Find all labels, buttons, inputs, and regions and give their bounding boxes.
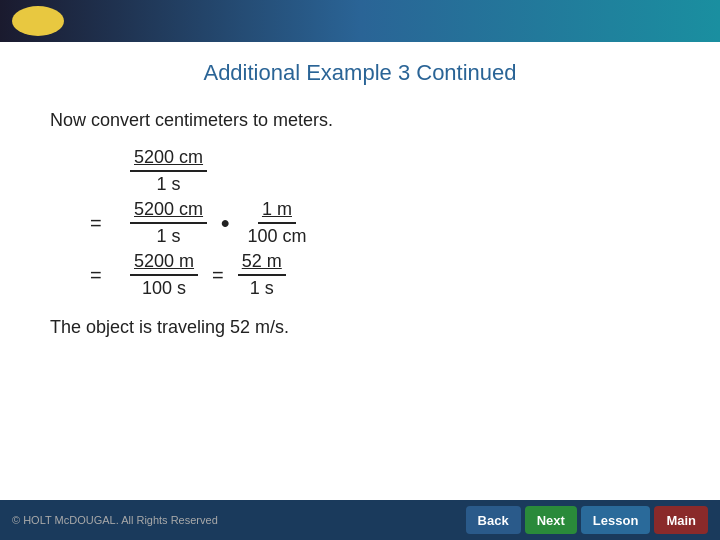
frac3b-den: 1 s xyxy=(246,276,278,299)
frac3a-num: 5200 m xyxy=(130,251,198,276)
main-content: Now convert centimeters to meters. = 520… xyxy=(0,96,720,348)
next-button[interactable]: Next xyxy=(525,506,577,534)
frac2a-den: 1 s xyxy=(153,224,185,247)
frac3b-num: 52 m xyxy=(238,251,286,276)
intro-text: Now convert centimeters to meters. xyxy=(50,110,670,131)
frac3a-den: 100 s xyxy=(138,276,190,299)
back-button[interactable]: Back xyxy=(466,506,521,534)
equals-2: = xyxy=(90,264,110,287)
fraction-initial: 5200 cm 1 s xyxy=(130,147,207,195)
multiply-dot: • xyxy=(221,209,229,237)
logo-oval xyxy=(12,6,64,36)
math-row-2: = 5200 cm 1 s • 1 m 100 cm xyxy=(90,199,670,247)
math-row-1: = 5200 cm 1 s xyxy=(90,147,670,195)
math-row-3: = 5200 m 100 s = 52 m 1 s xyxy=(90,251,670,299)
frac-initial-num: 5200 cm xyxy=(130,147,207,172)
copyright-text: © HOLT McDOUGAL. All Rights Reserved xyxy=(12,514,218,526)
result-equals: = xyxy=(212,264,224,287)
main-button[interactable]: Main xyxy=(654,506,708,534)
fraction-3b: 52 m 1 s xyxy=(238,251,286,299)
top-bar xyxy=(0,0,720,42)
conclusion-text: The object is traveling 52 m/s. xyxy=(50,317,670,338)
lesson-button[interactable]: Lesson xyxy=(581,506,651,534)
fraction-2a: 5200 cm 1 s xyxy=(130,199,207,247)
math-block: = 5200 cm 1 s = 5200 cm 1 s • 1 m 100 cm… xyxy=(90,147,670,299)
page-title: Additional Example 3 Continued xyxy=(203,60,516,85)
frac2b-num: 1 m xyxy=(258,199,296,224)
frac2b-den: 100 cm xyxy=(243,224,310,247)
page-title-bar: Additional Example 3 Continued xyxy=(0,42,720,96)
nav-buttons: Back Next Lesson Main xyxy=(466,506,708,534)
fraction-2b: 1 m 100 cm xyxy=(243,199,310,247)
equals-1: = xyxy=(90,212,110,235)
fraction-3a: 5200 m 100 s xyxy=(130,251,198,299)
bottom-bar: © HOLT McDOUGAL. All Rights Reserved Bac… xyxy=(0,500,720,540)
frac-initial-den: 1 s xyxy=(153,172,185,195)
frac2a-num: 5200 cm xyxy=(130,199,207,224)
